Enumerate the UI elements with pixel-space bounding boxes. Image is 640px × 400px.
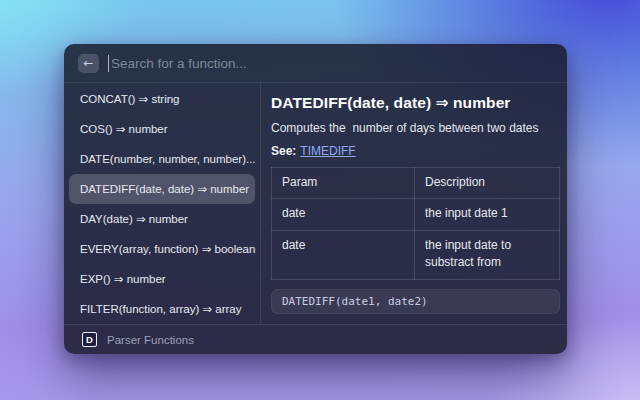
params-table-row: date the input date to substract from [272,230,560,279]
param-name-cell: date [272,230,415,279]
param-description-cell: the input date 1 [415,199,560,230]
function-list-item-every[interactable]: EVERY(array, function) ⇒ boolean [64,234,260,264]
see-also-label: See: [271,144,296,158]
function-list-item-filter[interactable]: FILTER(function, array) ⇒ array [64,294,260,324]
params-table-row: date the input date 1 [272,199,560,230]
params-table: Param Description date the input date 1 … [271,167,560,280]
palette-footer: D Parser Functions [64,324,567,354]
code-example: DATEDIFF(date1, date2) [271,289,560,314]
function-list-item-cos[interactable]: COS() ⇒ number [64,114,260,144]
footer-label: Parser Functions [107,334,194,346]
function-signature-title: DATEDIFF(date, date) ⇒ number [271,94,560,112]
params-table-header-param: Param [272,168,415,199]
palette-body: CONCAT() ⇒ string COS() ⇒ number DATE(nu… [64,83,567,324]
function-list-item-date[interactable]: DATE(number, number, number)... [64,144,260,174]
see-also-row: See:TIMEDIFF [271,144,560,158]
function-list-item-exp[interactable]: EXP() ⇒ number [64,264,260,294]
param-name-cell: date [272,199,415,230]
app-logo-icon: D [82,332,97,347]
param-description-cell: the input date to substract from [415,230,560,279]
back-button[interactable]: ← [78,54,99,73]
function-list-item-concat[interactable]: CONCAT() ⇒ string [64,84,260,114]
function-list-item-datediff[interactable]: DATEDIFF(date, date) ⇒ number [69,174,255,204]
function-list-item-day[interactable]: DAY(date) ⇒ number [64,204,260,234]
search-bar: ← [64,44,567,83]
function-description: Computes the number of days between two … [271,121,560,135]
see-also-link-timediff[interactable]: TIMEDIFF [300,144,355,158]
params-table-header-row: Param Description [272,168,560,199]
function-detail-panel: DATEDIFF(date, date) ⇒ number Computes t… [261,83,567,324]
params-table-header-description: Description [415,168,560,199]
function-search-palette: ← CONCAT() ⇒ string COS() ⇒ number DATE(… [64,44,567,354]
search-input[interactable] [109,44,557,82]
function-list: CONCAT() ⇒ string COS() ⇒ number DATE(nu… [64,83,261,324]
